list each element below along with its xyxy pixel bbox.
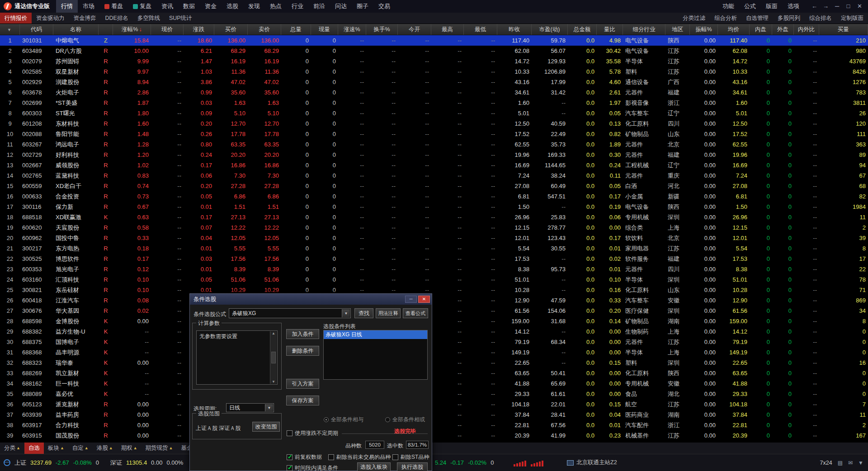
pick-to-block-button[interactable]: 选股入板块 (357, 462, 391, 471)
close-button[interactable]: ✕ (854, 0, 865, 13)
col-header-p[interactable]: 涨幅%↓ (113, 24, 151, 35)
menu-item-选股[interactable]: 选股 (222, 0, 243, 13)
col-header-seq[interactable]: ▼ (0, 24, 20, 35)
menu-item-问达[interactable]: 问达 (330, 0, 352, 13)
scroll-thumb[interactable] (271, 352, 276, 363)
table-row[interactable]: 30688375国博电子K----------00----------79.19… (0, 337, 868, 347)
col-header-m[interactable] (99, 24, 113, 35)
execute-pick-button[interactable]: 执行选股 (397, 462, 428, 471)
sz-index-label[interactable]: 深证 (110, 459, 122, 467)
table-row[interactable]: 13002667威领股份R1.02--0.1716.8616.8600-----… (0, 160, 868, 170)
menu-item-热点[interactable]: 热点 (265, 0, 287, 13)
menu-item-资金[interactable]: 资金 (200, 0, 222, 13)
sh-index-label[interactable]: 上证 (14, 459, 26, 467)
scroll-up-icon[interactable]: ▲ (272, 331, 275, 335)
table-row[interactable]: 14002765蓝黛科技R0.83--0.067.307.3000-------… (0, 170, 868, 181)
table-row[interactable]: 33688269凯立新材K----------00----------63.65… (0, 368, 868, 378)
toolbar-tab-SUP统计[interactable]: SUP统计 (165, 13, 197, 24)
table-row[interactable]: 7002699*ST美盛R1.87--0.031.631.6300-------… (0, 98, 868, 108)
table-row[interactable]: 24603160汇顶科技R0.10--0.0551.0651.0600-----… (0, 274, 868, 285)
dialog-minimize-button[interactable]: ─ (405, 296, 417, 303)
radio-all-and[interactable]: 全部条件相与 (324, 416, 363, 424)
table-row[interactable]: 34688162巨一科技K----------00----------41.88… (0, 378, 868, 389)
table-row[interactable]: 36605123派克新材R0.00--0.00104.18104.1800---… (0, 399, 868, 410)
bottom-tab-自定[interactable]: 自定▲ (68, 443, 93, 454)
delete-condition-button[interactable]: 删除条件 (286, 346, 319, 356)
table-row[interactable]: 10002088鲁阳节能R1.48--0.2617.7817.7800-----… (0, 129, 868, 139)
table-row[interactable]: 2603489DR八方股R10.00--6.2168.2968.2900----… (0, 46, 868, 56)
table-row[interactable]: 37603939益丰药房R0.00--0.0037.8437.8400-----… (0, 410, 868, 420)
table-row[interactable]: 19600620天宸股份R0.58--0.0712.2212.2200-----… (0, 222, 868, 233)
import-plan-button[interactable]: 引入方案 (286, 379, 319, 389)
save-plan-button[interactable]: 保存方案 (286, 396, 319, 405)
checkbox-fq[interactable]: 前复权数据 (287, 453, 322, 461)
menu-item-市场[interactable]: 市场 (78, 0, 99, 13)
checkbox-st[interactable]: 剔除ST品种 (392, 453, 429, 461)
change-range-button[interactable]: 改变范围 (252, 422, 280, 432)
formula-combobox[interactable]: 杀破狼XG ▼ (229, 308, 351, 318)
bottom-tab-期货现货[interactable]: 期货现货▲ (142, 443, 177, 454)
table-row[interactable]: 4002585双星新材R9.97--1.0311.3611.3600------… (0, 66, 868, 77)
toolbar-item-综合排名[interactable]: 综合排名 (805, 13, 836, 24)
bottom-tab-分类[interactable]: 分类▲ (0, 443, 24, 454)
checkbox-updown[interactable]: 使用涨跌不定周期 (287, 429, 338, 437)
col-header-tn[interactable]: 换手% (366, 24, 398, 35)
col-header-amt[interactable]: 总金额 (568, 24, 597, 35)
table-row[interactable]: 21300217东方电热R0.18--0.015.555.5500-------… (0, 243, 868, 254)
table-row[interactable]: 5002929润建股份R8.94--3.8647.0247.0200------… (0, 77, 868, 87)
radio-all-or[interactable]: 全部条件相或 (385, 416, 425, 424)
col-header-vol[interactable]: 总量 (281, 24, 311, 35)
table-row[interactable]: 22300525博思软件R0.17--0.0317.5617.5600-----… (0, 254, 868, 264)
condition-listbox[interactable]: 杀破狼XG 日线 (323, 330, 428, 380)
table-row[interactable]: 11603267鸿远电子R1.28--0.8063.3563.3500-----… (0, 139, 868, 150)
dialog-titlebar[interactable]: 条件选股 ─ ✕ (190, 294, 432, 305)
minimize-button[interactable]: ─ (831, 0, 843, 13)
chevron-down-icon[interactable]: ▼ (342, 309, 350, 317)
col-header-pv[interactable]: 昨收 (497, 24, 532, 35)
table-row[interactable]: 26600418江淮汽车R0.08--0.0112.9112.9100-----… (0, 295, 868, 306)
scroll-down-icon[interactable]: ▼ (272, 380, 275, 384)
table-row[interactable]: 27300676华大基因R0.02--0.0161.5761.5700-----… (0, 306, 868, 316)
menu-item-交易[interactable]: 交易 (373, 0, 395, 13)
menu-item-功能[interactable]: 功能 (717, 0, 739, 13)
table-row[interactable]: 6603678火炬电子R2.86--0.9935.6035.6000------… (0, 87, 868, 98)
menu-item-数据[interactable]: 数据 (178, 0, 200, 13)
toolbar-tab-行情报价[interactable]: 行情报价 (0, 13, 32, 24)
add-condition-button[interactable]: 加入条件 (286, 329, 319, 339)
toolbar-item-定制版面[interactable]: 定制版面 (836, 13, 868, 24)
table-row[interactable]: 32688323瑞华泰K0.00--0.0022.6522.6500------… (0, 358, 868, 368)
checkbox-timerange[interactable]: 时间段内满足条件 (287, 464, 338, 471)
message-icon[interactable]: ✉ (848, 460, 853, 466)
bottom-tab-自选[interactable]: 自选 (24, 443, 44, 454)
table-row[interactable]: 12002729好利科技R1.20--0.2420.2020.2000-----… (0, 150, 868, 160)
menu-item-复盘[interactable]: 复盘 (128, 0, 156, 13)
table-row[interactable]: 25300821东岳硅材R0.10--0.0110.2910.2900-----… (0, 285, 868, 295)
col-header-b[interactable]: 买价 (214, 24, 248, 35)
col-header-op[interactable]: 今开 (398, 24, 431, 35)
menu-item-行情[interactable]: 行情 (56, 0, 78, 13)
toolbar-item-多股同列[interactable]: 多股同列 (773, 13, 805, 24)
col-header-lb[interactable]: 量比 (597, 24, 623, 35)
menu-item-看盘[interactable]: 看盘 (99, 0, 128, 13)
col-header-now[interactable]: 现价 (151, 24, 184, 35)
menu-item-资讯[interactable]: 资讯 (156, 0, 178, 13)
back-button[interactable]: ← (809, 0, 820, 13)
toolbar-tab-资金驱动力[interactable]: 资金驱动力 (32, 13, 69, 24)
menu-item-圈子[interactable]: 圈子 (352, 0, 373, 13)
bottom-tab-板块[interactable]: 板块▲ (44, 443, 68, 454)
menu-item-选项[interactable]: 选项 (783, 0, 804, 13)
server-status[interactable]: 北京联通主站Z2 (567, 454, 617, 471)
network-status-icon[interactable] (4, 459, 10, 466)
corner-filter-icon[interactable]: ▼ (7, 28, 11, 32)
col-header-n[interactable]: 名称 (53, 24, 99, 35)
monitor-icon[interactable]: ▤ (838, 460, 843, 466)
chevron-down-icon[interactable]: ▼ (265, 404, 273, 411)
checkbox-untraded[interactable]: 剔除当前未交易的品种 (328, 453, 391, 461)
table-row[interactable]: 39603915国茂股份R0.00--0.0020.3920.3900-----… (0, 430, 868, 441)
col-header-rg[interactable]: 地区 (665, 24, 690, 35)
col-header-hi[interactable]: 最高 (431, 24, 464, 35)
col-header-ind[interactable]: 细分行业 (623, 24, 665, 35)
col-header-out[interactable]: 外盘 (772, 24, 794, 35)
usage-note-button[interactable]: 用法注释 (376, 308, 401, 318)
table-row[interactable]: 38603917合力科技R0.00--0.0022.8122.8100-----… (0, 420, 868, 430)
